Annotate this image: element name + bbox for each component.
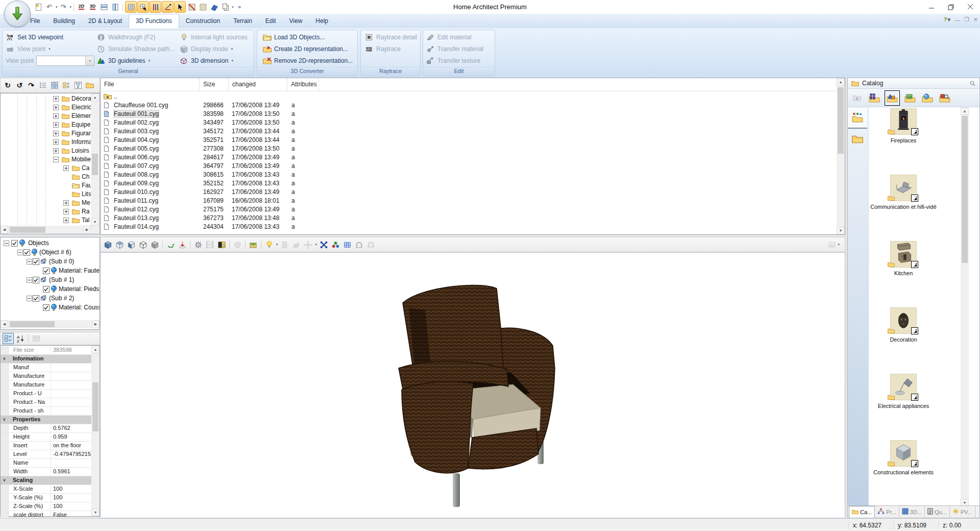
tree-item-d-cora[interactable]: Décora [1, 94, 91, 103]
set-3d-viewpoint-button[interactable]: Set 3D viewpoint [6, 32, 63, 42]
file-row-fauteuil-014-cyg[interactable]: Fauteuil 014.cyg24430417/06/2008 13:43a [101, 223, 836, 231]
view-thumbnails-icon[interactable] [50, 80, 60, 90]
file-row-fauteuil-001-cyg[interactable]: Fauteuil 001.cyg38359817/06/2008 13:50a [101, 110, 836, 118]
scrollbar-thumb[interactable] [92, 382, 99, 431]
ribbon-group-label[interactable]: General [3, 67, 254, 76]
column-header-file[interactable]: File [101, 78, 200, 91]
copy-icon[interactable] [220, 2, 231, 12]
undo-dropdown-icon[interactable]: ▾ [56, 5, 58, 9]
scroll-up-icon[interactable]: ▲ [91, 346, 100, 353]
catalog-item-telephone[interactable]: Communication et hifi-vidé [870, 175, 937, 210]
select-intersect-icon[interactable] [137, 1, 149, 13]
property-value[interactable] [51, 372, 91, 380]
property-row-manufacture[interactable]: Manufacture [1, 381, 91, 390]
tab-terrain[interactable]: Terrain [227, 14, 259, 28]
objects-tree-item[interactable]: Material: Pieds [1, 285, 100, 294]
display-top-icon[interactable] [114, 239, 125, 250]
property-row-product-na[interactable]: Product - Na [1, 398, 91, 407]
scroll-right-icon[interactable]: ▶ [83, 226, 91, 234]
split-vertical-icon[interactable] [110, 2, 120, 12]
catalog-vscrollbar[interactable]: ▲ ▼ [961, 107, 969, 506]
property-row-depth[interactable]: Depth0.5762 [1, 424, 91, 433]
property-value[interactable] [51, 398, 91, 406]
mdi-restore-icon[interactable]: ❐ [964, 16, 969, 23]
cube-thumbnail[interactable] [890, 440, 917, 467]
tree-item-loisirs[interactable]: Loisirs [1, 147, 91, 155]
scrollbar-thumb[interactable] [10, 321, 55, 327]
mdi-minimize-icon[interactable]: — [954, 17, 960, 23]
property-row-height[interactable]: Height0.959 [1, 433, 91, 442]
light-dropdown-icon[interactable]: ▾ [276, 243, 278, 247]
catalog-tab-3d[interactable]: 3D... [899, 506, 925, 518]
expand-icon[interactable] [53, 105, 59, 112]
property-row-y-scale-[interactable]: Y-Scale (%)100 [1, 494, 91, 502]
expand-icon[interactable] [63, 200, 69, 207]
catalog-textures-icon[interactable] [903, 91, 917, 105]
mask-thumbnail[interactable] [890, 307, 917, 334]
property-value[interactable]: 100 [51, 485, 91, 493]
display-gray-icon[interactable] [150, 239, 160, 250]
undo-icon[interactable]: ↶ [44, 2, 55, 12]
tab-construction[interactable]: Construction [179, 14, 227, 28]
expand-icon[interactable] [53, 113, 59, 120]
tab-2d-layout[interactable]: 2D & Layout [82, 14, 129, 28]
chevron-down-icon[interactable]: ▾ [231, 59, 233, 63]
split-horizontal-icon[interactable] [99, 2, 109, 12]
tab-3d-functions[interactable]: 3D Functions [129, 14, 179, 28]
properties-vscrollbar[interactable]: ▲ ▼ [91, 346, 100, 516]
texture-fill-icon[interactable] [186, 2, 197, 12]
mdi-close-icon[interactable]: ✕ [973, 16, 978, 23]
scroll-up-icon[interactable]: ▲ [91, 93, 99, 101]
column-header-size[interactable]: Size [200, 78, 229, 91]
scroll-down-icon[interactable]: ▼ [91, 218, 99, 226]
checkbox-checked-icon[interactable] [43, 268, 50, 276]
expand-icon[interactable] [53, 122, 59, 129]
checkbox-checked-icon[interactable] [23, 249, 30, 257]
checkbox-checked-icon[interactable] [33, 295, 39, 303]
file-list-vscrollbar[interactable]: ▲ ▼ [837, 78, 845, 234]
catalog-tree-hscrollbar[interactable]: ◀ ▶ [1, 226, 99, 234]
tree-item-mobilie[interactable]: Mobilie [1, 155, 91, 164]
catalog-windows-icon[interactable] [867, 91, 881, 105]
export-image-icon[interactable] [216, 239, 227, 250]
projection-icon[interactable] [342, 239, 352, 250]
spheres-icon[interactable] [330, 239, 340, 250]
tree-item-tal[interactable]: Tal [1, 216, 91, 225]
objects-tree-item[interactable]: Material: Fauteu [1, 267, 100, 275]
property-value[interactable] [51, 459, 91, 467]
rotate-cw-icon[interactable]: ↷ [26, 80, 36, 90]
application-menu-orb[interactable] [4, 1, 31, 27]
folder-yellow-icon[interactable] [85, 80, 95, 90]
property-row-product-sh[interactable]: Product - sh [1, 407, 91, 416]
checkbox-checked-icon[interactable] [11, 240, 18, 248]
tree-item-me[interactable]: Me [1, 199, 91, 207]
render-settings-icon[interactable] [193, 239, 203, 250]
help-icon[interactable]: ?▾ [944, 16, 950, 23]
catalog-item-mask[interactable]: Decoration [870, 307, 937, 343]
remove-2d-representation--button[interactable]: Remove 2D-representation... [262, 56, 353, 66]
property-row-level[interactable]: Level-0.479479521512 [1, 450, 91, 459]
fireplace-thumbnail[interactable] [890, 108, 917, 135]
file-row-fauteuil-012-cyg[interactable]: Fauteuil 012.cyg27517517/06/2008 13:49a [101, 205, 836, 214]
view-tiles-icon[interactable] [61, 80, 71, 90]
scale-object-icon[interactable] [318, 239, 329, 250]
property-value[interactable] [51, 407, 91, 415]
redo-icon[interactable]: ↷ [58, 2, 69, 12]
property-value[interactable]: -0.479479521512 [51, 450, 91, 458]
rotate-ccw-icon[interactable]: ↺ [14, 80, 24, 90]
tree-item-lits[interactable]: Lits [1, 190, 91, 199]
tab-help[interactable]: Help [309, 14, 335, 28]
tab-edit[interactable]: Edit [259, 14, 283, 28]
scroll-left-icon[interactable]: ◀ [1, 226, 8, 234]
tree-item-ra[interactable]: Ra [1, 207, 91, 216]
tab-view[interactable]: View [283, 14, 309, 28]
chevron-down-icon[interactable]: ∨ [1, 355, 8, 363]
file-row-fauteuil-011-cyg[interactable]: Fauteuil 011.cyg16708916/06/2008 18:01a [101, 197, 836, 205]
sort-alphabetical-icon[interactable]: AZ [15, 333, 26, 344]
ribbon-group-label[interactable]: 3D Converter [257, 67, 357, 76]
catalog-item-fireplace[interactable]: Fireplaces [870, 108, 937, 143]
catalog-pin-icon[interactable] [967, 78, 977, 88]
collapse-icon[interactable] [4, 240, 9, 248]
collapse-icon[interactable] [27, 296, 32, 303]
filter-icon[interactable] [73, 80, 83, 90]
